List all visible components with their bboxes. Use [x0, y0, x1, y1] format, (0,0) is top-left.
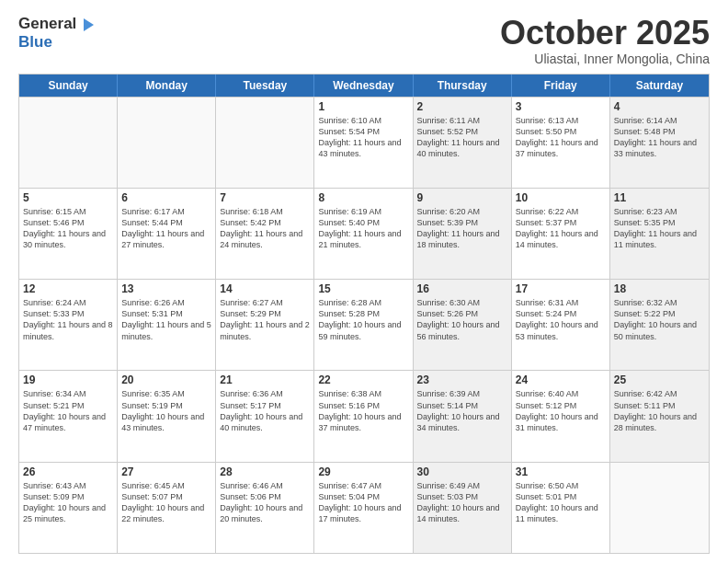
cell-info: Sunrise: 6:43 AM Sunset: 5:09 PM Dayligh…	[23, 480, 113, 525]
day-number: 29	[318, 465, 408, 478]
day-number: 14	[220, 282, 310, 295]
calendar-cell: 13Sunrise: 6:26 AM Sunset: 5:31 PM Dayli…	[118, 280, 216, 370]
calendar-cell	[19, 98, 118, 188]
calendar-cell: 11Sunrise: 6:23 AM Sunset: 5:35 PM Dayli…	[610, 189, 709, 279]
cell-info: Sunrise: 6:46 AM Sunset: 5:06 PM Dayligh…	[220, 480, 310, 525]
location-subtitle: Uliastai, Inner Mongolia, China	[500, 52, 710, 66]
weekday-header: Saturday	[610, 75, 709, 97]
calendar-cell: 26Sunrise: 6:43 AM Sunset: 5:09 PM Dayli…	[19, 463, 118, 553]
calendar-cell: 5Sunrise: 6:15 AM Sunset: 5:46 PM Daylig…	[19, 189, 118, 279]
day-number: 9	[417, 191, 507, 204]
cell-info: Sunrise: 6:31 AM Sunset: 5:24 PM Dayligh…	[516, 297, 606, 342]
day-number: 27	[121, 465, 211, 478]
calendar-cell	[216, 98, 314, 188]
calendar-body: 1Sunrise: 6:10 AM Sunset: 5:54 PM Daylig…	[19, 97, 709, 553]
calendar-cell: 28Sunrise: 6:46 AM Sunset: 5:06 PM Dayli…	[216, 463, 314, 553]
calendar-cell: 22Sunrise: 6:38 AM Sunset: 5:16 PM Dayli…	[314, 371, 413, 461]
cell-info: Sunrise: 6:30 AM Sunset: 5:26 PM Dayligh…	[417, 297, 507, 342]
calendar-cell: 12Sunrise: 6:24 AM Sunset: 5:33 PM Dayli…	[19, 280, 118, 370]
calendar-cell: 8Sunrise: 6:19 AM Sunset: 5:40 PM Daylig…	[314, 189, 413, 279]
cell-info: Sunrise: 6:32 AM Sunset: 5:22 PM Dayligh…	[614, 297, 705, 342]
cell-info: Sunrise: 6:23 AM Sunset: 5:35 PM Dayligh…	[614, 206, 705, 251]
day-number: 15	[318, 282, 408, 295]
calendar-cell: 19Sunrise: 6:34 AM Sunset: 5:21 PM Dayli…	[19, 371, 118, 461]
cell-info: Sunrise: 6:13 AM Sunset: 5:50 PM Dayligh…	[516, 115, 606, 160]
cell-info: Sunrise: 6:34 AM Sunset: 5:21 PM Dayligh…	[23, 388, 113, 433]
day-number: 12	[23, 282, 113, 295]
calendar-cell: 2Sunrise: 6:11 AM Sunset: 5:52 PM Daylig…	[414, 98, 512, 188]
cell-info: Sunrise: 6:11 AM Sunset: 5:52 PM Dayligh…	[417, 115, 507, 160]
cell-info: Sunrise: 6:40 AM Sunset: 5:12 PM Dayligh…	[516, 388, 606, 433]
day-number: 8	[318, 191, 408, 204]
day-number: 5	[23, 191, 113, 204]
cell-info: Sunrise: 6:39 AM Sunset: 5:14 PM Dayligh…	[417, 388, 507, 433]
logo-text: General Blue	[18, 15, 94, 51]
day-number: 22	[318, 373, 408, 386]
calendar-cell	[610, 463, 709, 553]
calendar-cell: 24Sunrise: 6:40 AM Sunset: 5:12 PM Dayli…	[512, 371, 610, 461]
calendar-cell: 15Sunrise: 6:28 AM Sunset: 5:28 PM Dayli…	[314, 280, 413, 370]
day-number: 6	[121, 191, 211, 204]
logo-arrow-icon	[84, 18, 94, 31]
day-number: 31	[516, 465, 606, 478]
calendar-row: 19Sunrise: 6:34 AM Sunset: 5:21 PM Dayli…	[19, 370, 709, 461]
cell-info: Sunrise: 6:47 AM Sunset: 5:04 PM Dayligh…	[318, 480, 408, 525]
calendar-cell: 21Sunrise: 6:36 AM Sunset: 5:17 PM Dayli…	[216, 371, 314, 461]
logo-blue: Blue	[18, 33, 94, 52]
cell-info: Sunrise: 6:10 AM Sunset: 5:54 PM Dayligh…	[318, 115, 408, 160]
logo: General Blue	[18, 15, 94, 51]
page: General Blue October 2025 Uliastai, Inne…	[0, 0, 728, 563]
calendar-row: 12Sunrise: 6:24 AM Sunset: 5:33 PM Dayli…	[19, 279, 709, 370]
day-number: 19	[23, 373, 113, 386]
calendar-cell: 25Sunrise: 6:42 AM Sunset: 5:11 PM Dayli…	[610, 371, 709, 461]
calendar-cell: 23Sunrise: 6:39 AM Sunset: 5:14 PM Dayli…	[414, 371, 512, 461]
weekday-header: Tuesday	[216, 75, 314, 97]
calendar-cell: 6Sunrise: 6:17 AM Sunset: 5:44 PM Daylig…	[118, 189, 216, 279]
cell-info: Sunrise: 6:18 AM Sunset: 5:42 PM Dayligh…	[220, 206, 310, 251]
day-number: 1	[318, 100, 408, 113]
calendar-cell	[118, 98, 216, 188]
month-title: October 2025	[500, 15, 710, 52]
day-number: 10	[516, 191, 606, 204]
calendar-cell: 4Sunrise: 6:14 AM Sunset: 5:48 PM Daylig…	[610, 98, 709, 188]
calendar-row: 26Sunrise: 6:43 AM Sunset: 5:09 PM Dayli…	[19, 462, 709, 553]
calendar-cell: 14Sunrise: 6:27 AM Sunset: 5:29 PM Dayli…	[216, 280, 314, 370]
cell-info: Sunrise: 6:24 AM Sunset: 5:33 PM Dayligh…	[23, 297, 113, 342]
title-block: October 2025 Uliastai, Inner Mongolia, C…	[500, 15, 710, 66]
calendar-cell: 29Sunrise: 6:47 AM Sunset: 5:04 PM Dayli…	[314, 463, 413, 553]
cell-info: Sunrise: 6:17 AM Sunset: 5:44 PM Dayligh…	[121, 206, 211, 251]
cell-info: Sunrise: 6:15 AM Sunset: 5:46 PM Dayligh…	[23, 206, 113, 251]
day-number: 2	[417, 100, 507, 113]
logo-general: General	[18, 15, 76, 32]
cell-info: Sunrise: 6:50 AM Sunset: 5:01 PM Dayligh…	[516, 480, 606, 525]
day-number: 24	[516, 373, 606, 386]
day-number: 21	[220, 373, 310, 386]
cell-info: Sunrise: 6:19 AM Sunset: 5:40 PM Dayligh…	[318, 206, 408, 251]
calendar-cell: 18Sunrise: 6:32 AM Sunset: 5:22 PM Dayli…	[610, 280, 709, 370]
day-number: 3	[516, 100, 606, 113]
day-number: 23	[417, 373, 507, 386]
day-number: 7	[220, 191, 310, 204]
calendar-cell: 7Sunrise: 6:18 AM Sunset: 5:42 PM Daylig…	[216, 189, 314, 279]
day-number: 25	[614, 373, 705, 386]
day-number: 17	[516, 282, 606, 295]
cell-info: Sunrise: 6:14 AM Sunset: 5:48 PM Dayligh…	[614, 115, 705, 160]
cell-info: Sunrise: 6:28 AM Sunset: 5:28 PM Dayligh…	[318, 297, 408, 342]
cell-info: Sunrise: 6:45 AM Sunset: 5:07 PM Dayligh…	[121, 480, 211, 525]
day-number: 28	[220, 465, 310, 478]
weekday-header: Wednesday	[314, 75, 413, 97]
calendar-row: 1Sunrise: 6:10 AM Sunset: 5:54 PM Daylig…	[19, 97, 709, 188]
calendar: SundayMondayTuesdayWednesdayThursdayFrid…	[18, 74, 710, 554]
day-number: 18	[614, 282, 705, 295]
header: General Blue October 2025 Uliastai, Inne…	[18, 15, 710, 66]
calendar-cell: 17Sunrise: 6:31 AM Sunset: 5:24 PM Dayli…	[512, 280, 610, 370]
cell-info: Sunrise: 6:38 AM Sunset: 5:16 PM Dayligh…	[318, 388, 408, 433]
calendar-cell: 3Sunrise: 6:13 AM Sunset: 5:50 PM Daylig…	[512, 98, 610, 188]
cell-info: Sunrise: 6:22 AM Sunset: 5:37 PM Dayligh…	[516, 206, 606, 251]
calendar-row: 5Sunrise: 6:15 AM Sunset: 5:46 PM Daylig…	[19, 188, 709, 279]
day-number: 26	[23, 465, 113, 478]
cell-info: Sunrise: 6:20 AM Sunset: 5:39 PM Dayligh…	[417, 206, 507, 251]
calendar-cell: 31Sunrise: 6:50 AM Sunset: 5:01 PM Dayli…	[512, 463, 610, 553]
cell-info: Sunrise: 6:49 AM Sunset: 5:03 PM Dayligh…	[417, 480, 507, 525]
calendar-cell: 16Sunrise: 6:30 AM Sunset: 5:26 PM Dayli…	[414, 280, 512, 370]
